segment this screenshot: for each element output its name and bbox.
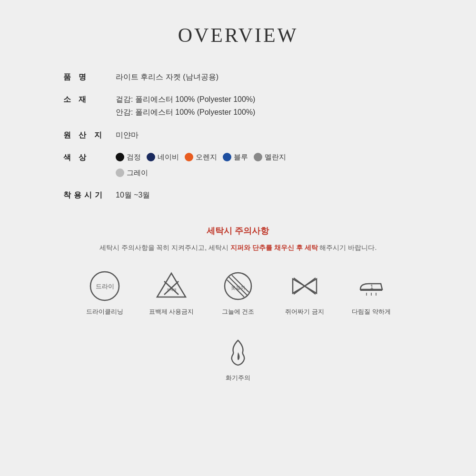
color-item-blue: 블루	[223, 151, 248, 163]
icon-dry-clean: 드라이 드라이클리닝	[81, 269, 129, 316]
laundry-section: 세탁시 주의사항 세탁시 주의사항을 꼭히 지켜주시고, 세탁시 지퍼와 단추를…	[60, 225, 416, 382]
material-inner: 안감: 폴리에스터 100% (Polyester 100%)	[116, 106, 413, 119]
icon-no-bleach: 표백제 표백제 사용금지	[148, 269, 195, 316]
svg-text:표백제: 표백제	[167, 288, 177, 292]
color-item-black: 검정	[116, 151, 141, 163]
info-table: 품 명 라이트 후리스 자켓 (남녀공용) 소 재 겉감: 폴리에스터 100%…	[60, 66, 416, 206]
icon-no-wring: 쥐어짜기 금지	[281, 269, 328, 316]
label-season: 착용시기	[60, 184, 112, 206]
label-product-name: 품 명	[60, 66, 112, 88]
color-item-melange: 멜란지	[254, 151, 286, 163]
iron-low-icon: 1	[355, 269, 388, 303]
icon-label-no-bleach: 표백제 사용금지	[149, 307, 194, 316]
color-label-gray: 그레이	[127, 167, 148, 179]
svg-text:드라이: 드라이	[96, 283, 114, 290]
shade-dry-icon: 옷걸이	[221, 269, 255, 303]
page-container: OVERVIEW 품 명 라이트 후리스 자켓 (남녀공용) 소 재 겉감: 폴…	[0, 0, 476, 476]
svg-text:옷걸이: 옷걸이	[231, 285, 245, 290]
svg-text:1: 1	[370, 284, 374, 290]
color-item-gray: 그레이	[116, 167, 148, 179]
row-color: 색 상 검정 네이비 오렌지	[60, 146, 416, 184]
row-season: 착용시기 10월 ~3월	[60, 184, 416, 206]
value-product-name: 라이트 후리스 자켓 (남녀공용)	[112, 66, 416, 88]
color-label-melange: 멜란지	[265, 151, 286, 163]
page-title: OVERVIEW	[178, 24, 298, 47]
icon-label-iron-low: 다림질 약하게	[352, 307, 391, 316]
label-material: 소 재	[60, 88, 112, 123]
color-label-black: 검정	[127, 151, 141, 163]
flammable-icon	[221, 336, 255, 369]
icon-label-shade-dry: 그늘에 건조	[222, 307, 255, 316]
icon-label-flammable: 화기주의	[226, 374, 250, 382]
color-label-blue: 블루	[234, 151, 248, 163]
no-bleach-icon: 표백제	[155, 269, 188, 303]
row-origin: 원 산 지 미얀마	[60, 124, 416, 146]
dry-clean-icon: 드라이	[88, 269, 121, 303]
laundry-desc-highlight: 지퍼와 단추를 채우신 후 세탁	[230, 244, 318, 251]
row-material: 소 재 겉감: 폴리에스터 100% (Polyester 100%) 안감: …	[60, 88, 416, 123]
color-item-navy: 네이비	[147, 151, 179, 163]
material-outer: 겉감: 폴리에스터 100% (Polyester 100%)	[116, 93, 413, 106]
icon-flammable: 화기주의	[214, 336, 262, 382]
color-label-navy: 네이비	[158, 151, 179, 163]
laundry-desc: 세탁시 주의사항을 꼭히 지켜주시고, 세탁시 지퍼와 단추를 채우신 후 세탁…	[60, 242, 416, 253]
color-row-2: 그레이	[116, 167, 413, 179]
icon-iron-low: 1 다림질 약하게	[347, 269, 395, 316]
value-color: 검정 네이비 오렌지 블루	[112, 146, 416, 184]
no-wring-icon	[288, 269, 321, 303]
color-row: 검정 네이비 오렌지 블루	[116, 151, 413, 163]
value-season: 10월 ~3월	[112, 184, 416, 206]
dot-black	[116, 153, 124, 161]
svg-marker-2	[157, 273, 186, 297]
color-item-orange: 오렌지	[185, 151, 217, 163]
dot-blue	[223, 153, 231, 161]
row-product-name: 품 명 라이트 후리스 자켓 (남녀공용)	[60, 66, 416, 88]
value-material: 겉감: 폴리에스터 100% (Polyester 100%) 안감: 폴리에스…	[112, 88, 416, 123]
icon-shade-dry: 옷걸이 그늘에 건조	[214, 269, 262, 316]
dot-gray	[116, 169, 124, 177]
icon-label-dry-clean: 드라이클리닝	[86, 307, 123, 316]
laundry-icons-row: 드라이 드라이클리닝 표백제 표백제 사용금지	[60, 269, 416, 382]
laundry-desc-end: 해주시기 바랍니다.	[318, 244, 377, 251]
laundry-title: 세탁시 주의사항	[60, 225, 416, 237]
label-origin: 원 산 지	[60, 124, 112, 146]
dot-navy	[147, 153, 155, 161]
laundry-desc-normal: 세탁시 주의사항을 꼭히 지켜주시고, 세탁시	[99, 244, 230, 251]
dot-melange	[254, 153, 262, 161]
icon-label-no-wring: 쥐어짜기 금지	[285, 307, 324, 316]
value-origin: 미얀마	[112, 124, 416, 146]
color-label-orange: 오렌지	[196, 151, 217, 163]
dot-orange	[185, 153, 193, 161]
label-color: 색 상	[60, 146, 112, 184]
